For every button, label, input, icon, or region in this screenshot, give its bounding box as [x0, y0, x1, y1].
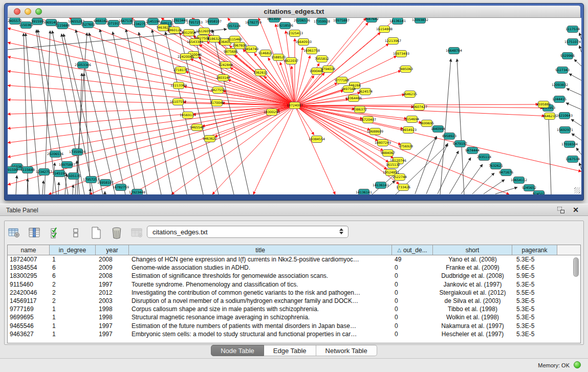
table-cell-title[interactable]: Structural magnetic resonance image aver…	[129, 313, 392, 321]
network-graph[interactable]: 2405572115036139159930691406111568810655…	[8, 18, 581, 194]
column-header-pagerank[interactable]: pagerank	[512, 245, 557, 255]
graph-node[interactable]: 10607427	[411, 104, 427, 111]
graph-node[interactable]: 19218506	[277, 23, 293, 29]
table-cell-in_degree[interactable]: 2	[50, 289, 96, 297]
graph-node[interactable]: 924502	[533, 191, 545, 195]
table-cell-title[interactable]: Estimation of the future numbers of pati…	[129, 322, 392, 330]
table-cell-title[interactable]: Disruption of a novel member of a sodium…	[129, 297, 392, 305]
delete-trash-icon[interactable]	[110, 227, 123, 239]
table-cell-title[interactable]: Corpus callosum shape and size in male p…	[129, 305, 392, 313]
table-cell-name[interactable]: 9115460	[8, 280, 50, 289]
graph-node[interactable]: 9474444	[465, 147, 480, 154]
graph-node[interactable]: 3624574	[358, 89, 373, 95]
graph-node[interactable]: 9245652	[522, 185, 536, 191]
graph-node[interactable]: 8813054	[267, 18, 281, 23]
table-cell-out_de[interactable]: 0	[392, 322, 433, 330]
tab-network-table[interactable]: Network Table	[316, 345, 377, 356]
table-cell-name[interactable]: 9699695	[8, 313, 50, 321]
graph-node[interactable]: 3170046	[210, 100, 224, 106]
graph-node[interactable]: 1244415	[552, 96, 567, 103]
table-cell-pagerank[interactable]: 5.3E-5	[512, 330, 557, 338]
table-cell-out_de[interactable]: 0	[392, 272, 433, 280]
graph-node[interactable]: 16210643	[556, 113, 573, 119]
graph-node[interactable]: 17359928	[314, 18, 330, 25]
graph-node[interactable]: 16640910	[295, 39, 312, 46]
graph-node[interactable]: 12325413	[287, 30, 303, 37]
graph-node[interactable]: 1505135	[67, 173, 81, 180]
graph-node[interactable]: 15692971	[557, 127, 573, 134]
scrollbar-thumb[interactable]	[573, 257, 579, 277]
table-cell-out_de[interactable]: 0	[392, 289, 433, 297]
graph-node[interactable]: 16543382	[187, 39, 203, 46]
table-cell-in_degree[interactable]: 6	[50, 264, 96, 272]
table-cell-out_de[interactable]: 0	[392, 330, 433, 338]
table-cell-name[interactable]: 9777169	[8, 305, 50, 313]
graph-node[interactable]: 10973493	[393, 51, 409, 57]
window-titlebar[interactable]: citations_edges.txt	[8, 6, 580, 18]
graph-node[interactable]: 12093832	[412, 18, 428, 24]
table-cell-year[interactable]: 2009	[96, 264, 129, 272]
table-cell-out_de[interactable]: 49	[392, 255, 433, 264]
table-cell-short[interactable]: Tibbo et al. (1998)	[433, 305, 512, 313]
graph-node[interactable]: 1615132	[386, 162, 400, 168]
table-row[interactable]: 911546021997Tourette syndrome. Phenomeno…	[8, 280, 580, 289]
table-cell-title[interactable]: Tourette syndrome. Phenomenology and cla…	[129, 280, 392, 289]
table-cell-year[interactable]: 1997	[96, 322, 129, 330]
table-cell-name[interactable]: 19384554	[8, 264, 50, 272]
table-cell-in_degree[interactable]: 1	[50, 313, 96, 321]
table-row[interactable]: 1938455462009Genome-wide association stu…	[8, 264, 580, 272]
memory-ok-indicator[interactable]	[574, 361, 581, 368]
graph-node[interactable]: 1588520	[271, 54, 286, 61]
graph-node[interactable]: 12342757	[36, 169, 52, 176]
graph-node[interactable]: 391599	[8, 167, 18, 173]
graph-node[interactable]: 23364486	[345, 95, 362, 102]
graph-node[interactable]: 1646215	[403, 91, 417, 98]
graph-node[interactable]: 9794028	[321, 66, 335, 73]
column-header-short[interactable]: short	[433, 245, 512, 255]
graph-node[interactable]: 6479197	[453, 141, 467, 147]
table-cell-title[interactable]: Changes of HCN gene expression and I(f) …	[129, 255, 392, 264]
graph-node[interactable]: 2718176	[173, 67, 188, 74]
graph-node[interactable]: 17016504	[561, 141, 578, 148]
graph-node[interactable]: 16720407	[360, 117, 376, 123]
graph-node[interactable]: 9884067	[381, 150, 395, 157]
table-mode-icon[interactable]	[8, 227, 21, 239]
table-selector-dropdown[interactable]: citations_edges.txt	[147, 226, 349, 238]
table-cell-short[interactable]: Wolkin et al. (1998)	[433, 313, 512, 321]
table-cell-year[interactable]: 1997	[96, 330, 129, 338]
graph-node[interactable]: 9154694	[405, 116, 419, 123]
table-cell-out_de[interactable]: 0	[392, 305, 433, 313]
graph-node[interactable]: 9497568	[341, 86, 356, 93]
column-header-in_degree[interactable]: in_degree	[50, 245, 96, 255]
graph-node[interactable]: 7632621	[489, 163, 503, 169]
table-row[interactable]: 977716911998Corpus callosum shape and si…	[8, 305, 580, 313]
table-cell-short[interactable]: Stergiakouli et al. (2012)	[433, 289, 512, 297]
table-row[interactable]: 1872400712008Changes of HCN gene express…	[8, 255, 580, 264]
graph-node[interactable]: 1115688	[20, 167, 35, 173]
graph-node[interactable]: 6466162	[94, 18, 108, 25]
graph-node[interactable]: 8958923	[442, 133, 456, 140]
table-cell-year[interactable]: 2008	[96, 255, 129, 264]
table-cell-title[interactable]: Genome-wide association studies in ADHD.	[129, 264, 392, 272]
table-cell-pagerank[interactable]: 5.3E-5	[512, 255, 557, 264]
graph-node[interactable]: 9115460	[228, 36, 242, 43]
graph-node[interactable]: 12213967	[385, 38, 401, 45]
graph-node[interactable]: 8860128	[167, 27, 182, 34]
graph-node[interactable]: 16648784	[446, 48, 462, 54]
table-row[interactable]: 2242004622012Investigating the contribut…	[8, 289, 580, 297]
table-cell-pagerank[interactable]: 5.6E-5	[512, 264, 557, 272]
table-row[interactable]: 946554611997Estimation of the future num…	[8, 322, 580, 330]
table-cell-out_de[interactable]: 0	[392, 280, 433, 289]
graph-node[interactable]: 1145194	[52, 170, 67, 177]
graph-node[interactable]: 1115688	[55, 23, 70, 29]
graph-node[interactable]: 10975887	[333, 18, 350, 24]
graph-node[interactable]: 15751074	[564, 39, 581, 46]
graph-node[interactable]: 13654923	[400, 127, 417, 134]
graph-node[interactable]: 2803144	[216, 75, 230, 81]
table-row[interactable]: 1830029562008Estimation of significance …	[8, 272, 580, 280]
table-cell-pagerank[interactable]: 5.3E-5	[512, 313, 557, 321]
graph-node[interactable]: 1527602	[81, 21, 95, 28]
graph-node[interactable]: 7955812	[315, 56, 329, 62]
graph-node[interactable]: 7485063	[399, 66, 413, 73]
graph-node[interactable]: 8427552	[211, 87, 225, 94]
